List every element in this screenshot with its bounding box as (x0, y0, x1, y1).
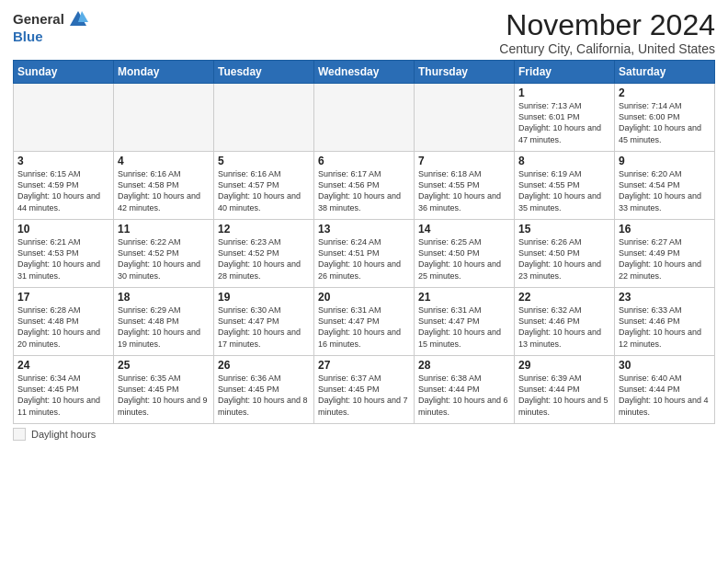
day-info: Sunrise: 6:24 AM Sunset: 4:51 PM Dayligh… (318, 236, 410, 282)
day-number: 22 (518, 291, 610, 304)
calendar-cell: 1Sunrise: 7:13 AM Sunset: 6:01 PM Daylig… (515, 84, 615, 152)
day-number: 16 (619, 223, 711, 236)
calendar-cell: 7Sunrise: 6:18 AM Sunset: 4:55 PM Daylig… (415, 152, 515, 220)
logo-icon (68, 9, 88, 29)
day-info: Sunrise: 6:38 AM Sunset: 4:44 PM Dayligh… (418, 373, 510, 418)
day-info: Sunrise: 6:28 AM Sunset: 4:48 PM Dayligh… (17, 304, 109, 350)
day-info: Sunrise: 6:35 AM Sunset: 4:45 PM Dayligh… (118, 373, 210, 418)
calendar-cell (14, 84, 114, 152)
day-info: Sunrise: 6:22 AM Sunset: 4:52 PM Dayligh… (118, 236, 210, 282)
day-number: 7 (418, 155, 510, 167)
day-number: 5 (218, 155, 310, 167)
day-number: 18 (118, 291, 210, 304)
header: General Blue November 2024 Century City,… (13, 9, 715, 56)
day-number: 20 (318, 291, 410, 304)
day-number: 15 (518, 223, 610, 236)
day-info: Sunrise: 6:17 AM Sunset: 4:56 PM Dayligh… (318, 168, 410, 213)
calendar-cell: 5Sunrise: 6:16 AM Sunset: 4:57 PM Daylig… (214, 152, 314, 220)
day-number: 14 (418, 223, 510, 236)
day-number: 26 (218, 359, 310, 372)
day-number: 6 (318, 155, 410, 167)
page-container: General Blue November 2024 Century City,… (0, 0, 728, 448)
calendar-week-row: 17Sunrise: 6:28 AM Sunset: 4:48 PM Dayli… (14, 288, 715, 356)
day-number: 17 (17, 291, 109, 304)
day-info: Sunrise: 6:26 AM Sunset: 4:50 PM Dayligh… (518, 236, 610, 282)
day-number: 13 (318, 223, 410, 236)
calendar-cell (214, 84, 314, 152)
month-title: November 2024 (499, 9, 715, 41)
logo-blue-text: Blue (13, 29, 88, 45)
calendar-dow-friday: Friday (515, 61, 615, 84)
day-info: Sunrise: 6:18 AM Sunset: 4:55 PM Dayligh… (418, 168, 510, 213)
calendar-cell: 3Sunrise: 6:15 AM Sunset: 4:59 PM Daylig… (14, 152, 114, 220)
calendar-table: SundayMondayTuesdayWednesdayThursdayFrid… (13, 60, 715, 424)
calendar-cell: 21Sunrise: 6:31 AM Sunset: 4:47 PM Dayli… (415, 288, 515, 356)
calendar-cell: 16Sunrise: 6:27 AM Sunset: 4:49 PM Dayli… (615, 220, 715, 288)
calendar-week-row: 1Sunrise: 7:13 AM Sunset: 6:01 PM Daylig… (14, 84, 715, 152)
day-info: Sunrise: 6:30 AM Sunset: 4:47 PM Dayligh… (218, 304, 310, 350)
logo-general-text: General (13, 12, 64, 28)
day-info: Sunrise: 6:15 AM Sunset: 4:59 PM Dayligh… (17, 168, 109, 213)
day-number: 3 (17, 155, 109, 167)
calendar-cell: 26Sunrise: 6:36 AM Sunset: 4:45 PM Dayli… (214, 356, 314, 424)
calendar-cell: 19Sunrise: 6:30 AM Sunset: 4:47 PM Dayli… (214, 288, 314, 356)
day-number: 30 (619, 359, 711, 372)
calendar-week-row: 24Sunrise: 6:34 AM Sunset: 4:45 PM Dayli… (14, 356, 715, 424)
calendar-cell: 12Sunrise: 6:23 AM Sunset: 4:52 PM Dayli… (214, 220, 314, 288)
day-info: Sunrise: 6:27 AM Sunset: 4:49 PM Dayligh… (619, 236, 711, 282)
day-info: Sunrise: 6:23 AM Sunset: 4:52 PM Dayligh… (218, 236, 310, 282)
calendar-cell: 15Sunrise: 6:26 AM Sunset: 4:50 PM Dayli… (515, 220, 615, 288)
calendar-header-row: SundayMondayTuesdayWednesdayThursdayFrid… (14, 61, 715, 84)
day-info: Sunrise: 6:32 AM Sunset: 4:46 PM Dayligh… (518, 304, 610, 350)
day-info: Sunrise: 6:16 AM Sunset: 4:58 PM Dayligh… (118, 168, 210, 213)
day-info: Sunrise: 6:16 AM Sunset: 4:57 PM Dayligh… (218, 168, 310, 213)
day-number: 24 (17, 359, 109, 372)
calendar-cell: 23Sunrise: 6:33 AM Sunset: 4:46 PM Dayli… (615, 288, 715, 356)
day-info: Sunrise: 6:20 AM Sunset: 4:54 PM Dayligh… (619, 168, 711, 213)
day-number: 28 (418, 359, 510, 372)
day-number: 10 (17, 223, 109, 236)
calendar-dow-sunday: Sunday (14, 61, 114, 84)
calendar-cell: 4Sunrise: 6:16 AM Sunset: 4:58 PM Daylig… (114, 152, 214, 220)
calendar-cell: 10Sunrise: 6:21 AM Sunset: 4:53 PM Dayli… (14, 220, 114, 288)
day-number: 25 (118, 359, 210, 372)
day-info: Sunrise: 6:31 AM Sunset: 4:47 PM Dayligh… (418, 304, 510, 350)
calendar-cell: 24Sunrise: 6:34 AM Sunset: 4:45 PM Dayli… (14, 356, 114, 424)
calendar-week-row: 10Sunrise: 6:21 AM Sunset: 4:53 PM Dayli… (14, 220, 715, 288)
day-number: 11 (118, 223, 210, 236)
day-number: 12 (218, 223, 310, 236)
calendar-cell: 20Sunrise: 6:31 AM Sunset: 4:47 PM Dayli… (314, 288, 415, 356)
subtitle: Century City, California, United States (499, 41, 715, 56)
calendar-cell: 2Sunrise: 7:14 AM Sunset: 6:00 PM Daylig… (615, 84, 715, 152)
day-info: Sunrise: 6:37 AM Sunset: 4:45 PM Dayligh… (318, 373, 410, 418)
day-info: Sunrise: 7:14 AM Sunset: 6:00 PM Dayligh… (619, 100, 711, 145)
day-info: Sunrise: 6:25 AM Sunset: 4:50 PM Dayligh… (418, 236, 510, 282)
day-number: 27 (318, 359, 410, 372)
day-info: Sunrise: 6:40 AM Sunset: 4:44 PM Dayligh… (619, 373, 711, 418)
logo: General Blue (13, 9, 88, 45)
calendar-dow-monday: Monday (114, 61, 214, 84)
title-block: November 2024 Century City, California, … (499, 9, 715, 56)
day-number: 23 (619, 291, 711, 304)
day-info: Sunrise: 6:33 AM Sunset: 4:46 PM Dayligh… (619, 304, 711, 350)
calendar-dow-wednesday: Wednesday (314, 61, 415, 84)
calendar-cell: 6Sunrise: 6:17 AM Sunset: 4:56 PM Daylig… (314, 152, 415, 220)
legend-label: Daylight hours (31, 429, 96, 440)
day-number: 2 (619, 86, 711, 99)
day-number: 21 (418, 291, 510, 304)
calendar-dow-tuesday: Tuesday (214, 61, 314, 84)
legend-box (13, 428, 26, 441)
calendar-cell: 18Sunrise: 6:29 AM Sunset: 4:48 PM Dayli… (114, 288, 214, 356)
day-info: Sunrise: 6:19 AM Sunset: 4:55 PM Dayligh… (518, 168, 610, 213)
calendar-cell: 9Sunrise: 6:20 AM Sunset: 4:54 PM Daylig… (615, 152, 715, 220)
day-number: 19 (218, 291, 310, 304)
calendar-cell: 11Sunrise: 6:22 AM Sunset: 4:52 PM Dayli… (114, 220, 214, 288)
calendar-cell: 8Sunrise: 6:19 AM Sunset: 4:55 PM Daylig… (515, 152, 615, 220)
day-info: Sunrise: 6:34 AM Sunset: 4:45 PM Dayligh… (17, 373, 109, 418)
calendar-cell: 30Sunrise: 6:40 AM Sunset: 4:44 PM Dayli… (615, 356, 715, 424)
day-info: Sunrise: 7:13 AM Sunset: 6:01 PM Dayligh… (518, 100, 610, 145)
calendar-cell (114, 84, 214, 152)
calendar-week-row: 3Sunrise: 6:15 AM Sunset: 4:59 PM Daylig… (14, 152, 715, 220)
calendar-cell: 14Sunrise: 6:25 AM Sunset: 4:50 PM Dayli… (415, 220, 515, 288)
calendar-cell (415, 84, 515, 152)
